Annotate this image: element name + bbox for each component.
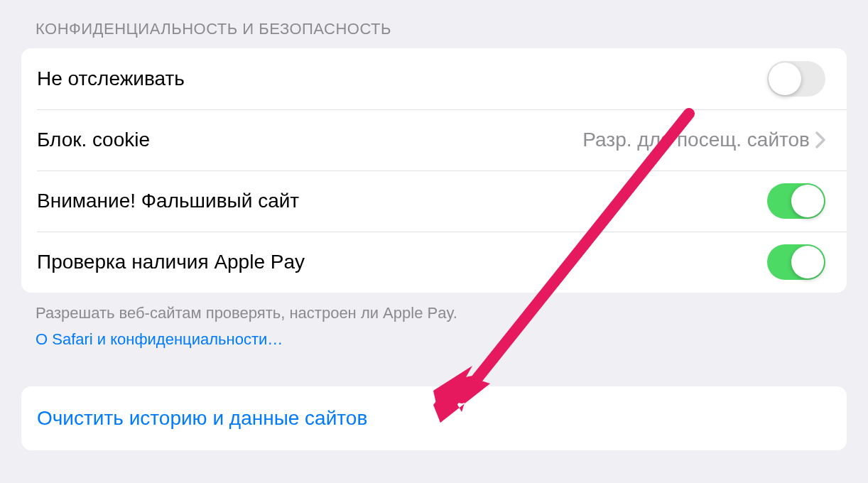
toggle-fraud-warning[interactable] bbox=[767, 183, 825, 219]
privacy-link[interactable]: О Safari и конфиденциальности… bbox=[0, 329, 868, 351]
row-label-apple-pay-check: Проверка наличия Apple Pay bbox=[37, 251, 305, 273]
privacy-settings-group: Не отслеживать Блок. cookie Разр. для по… bbox=[21, 48, 847, 293]
row-fraud-warning[interactable]: Внимание! Фальшивый сайт bbox=[21, 170, 847, 232]
toggle-do-not-track[interactable] bbox=[767, 61, 825, 97]
toggle-apple-pay-check[interactable] bbox=[767, 244, 825, 280]
footer-description: Разрешать веб-сайтам проверять, настроен… bbox=[0, 293, 868, 329]
row-do-not-track[interactable]: Не отслеживать bbox=[21, 48, 847, 109]
clear-history-label: Очистить историю и данные сайтов bbox=[37, 407, 367, 430]
row-label-fraud-warning: Внимание! Фальшивый сайт bbox=[37, 190, 299, 212]
row-value-block-cookies: Разр. для посещ. сайтов bbox=[582, 129, 810, 151]
clear-data-group: Очистить историю и данные сайтов bbox=[21, 386, 847, 450]
row-label-block-cookies: Блок. cookie bbox=[37, 129, 150, 151]
section-header-privacy: КОНФИДЕНЦИАЛЬНОСТЬ И БЕЗОПАСНОСТЬ bbox=[0, 0, 868, 48]
row-label-do-not-track: Не отслеживать bbox=[37, 67, 185, 90]
chevron-right-icon bbox=[815, 131, 825, 148]
row-apple-pay-check[interactable]: Проверка наличия Apple Pay bbox=[21, 232, 847, 293]
row-block-cookies[interactable]: Блок. cookie Разр. для посещ. сайтов bbox=[21, 109, 847, 170]
row-clear-history[interactable]: Очистить историю и данные сайтов bbox=[21, 386, 847, 450]
